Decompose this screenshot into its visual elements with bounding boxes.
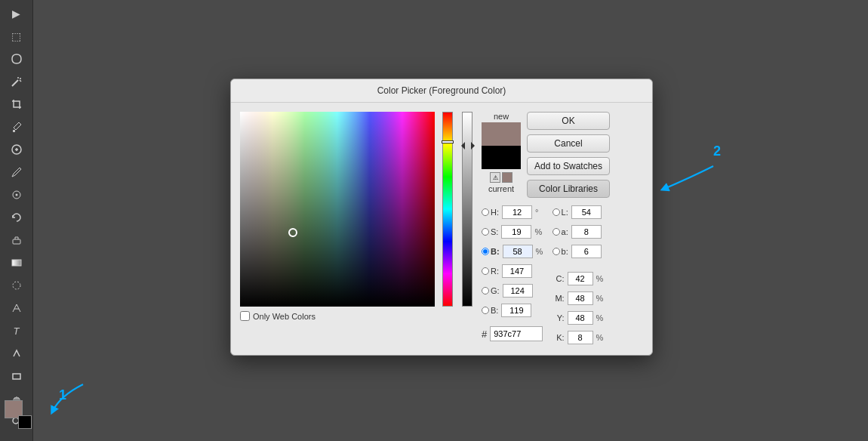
only-web-colors-row: Only Web Colors xyxy=(240,311,435,321)
label-k: K: xyxy=(553,333,565,342)
tool-path-select[interactable] xyxy=(5,343,29,364)
preview-icons: ⚠ xyxy=(490,172,512,183)
field-b[interactable] xyxy=(503,245,533,258)
tool-gradient[interactable] xyxy=(5,252,29,273)
radio-blue[interactable]: B: xyxy=(482,306,498,315)
label-y: Y: xyxy=(553,313,565,322)
label-m: M: xyxy=(553,294,565,303)
tool-rectangle[interactable] xyxy=(5,365,29,387)
ok-button[interactable]: OK xyxy=(527,112,610,130)
field-h[interactable] xyxy=(502,205,532,219)
tool-brush[interactable] xyxy=(5,162,29,183)
color-preview: new ⚠ current xyxy=(482,112,521,193)
web-safe-icon xyxy=(502,172,512,183)
cancel-button[interactable]: Cancel xyxy=(527,134,610,153)
new-label: new xyxy=(494,112,509,121)
hsb-rgb-fields: H: ° S: % B: % xyxy=(482,204,543,346)
field-r[interactable] xyxy=(502,264,532,278)
alpha-slider[interactable] xyxy=(462,112,474,307)
tool-lasso[interactable] xyxy=(5,48,29,69)
hex-row: # xyxy=(482,326,543,341)
field-b-lab[interactable] xyxy=(571,245,602,258)
field-row-y: Y: % xyxy=(553,310,604,326)
tool-select[interactable]: ⬚ xyxy=(5,26,29,47)
radio-s[interactable]: S: xyxy=(482,227,498,236)
field-row-r: R: xyxy=(482,263,543,279)
field-blue[interactable] xyxy=(501,304,531,317)
field-row-a: a: xyxy=(553,224,604,240)
gamut-warning-icon: ⚠ xyxy=(490,172,500,183)
field-row-k: K: % xyxy=(553,329,604,346)
field-row-g: G: xyxy=(482,282,543,299)
field-m[interactable] xyxy=(568,291,593,305)
tool-magic-wand[interactable] xyxy=(5,71,29,92)
action-buttons: OK Cancel Add to Swatches Color Librarie… xyxy=(527,112,610,198)
radio-g[interactable]: G: xyxy=(482,286,500,295)
svg-rect-4 xyxy=(13,130,15,132)
svg-point-10 xyxy=(13,282,20,289)
tool-heal[interactable] xyxy=(5,139,29,160)
preview-box xyxy=(482,122,521,169)
toolbar: ▶ ⬚ T xyxy=(0,0,33,441)
arrow-1 xyxy=(45,381,91,418)
only-web-colors-checkbox[interactable] xyxy=(240,311,250,321)
tool-eraser[interactable] xyxy=(5,230,29,251)
background-color-swatch[interactable] xyxy=(18,415,32,429)
field-row-c: C: % xyxy=(553,270,604,287)
tool-text[interactable]: T xyxy=(5,320,29,341)
radio-b-lab[interactable]: b: xyxy=(553,247,568,256)
field-row-l: L: xyxy=(553,204,604,220)
radio-h[interactable]: H: xyxy=(482,208,499,217)
svg-rect-8 xyxy=(13,239,20,244)
field-row-m: M: % xyxy=(553,290,604,307)
color-swatch-container xyxy=(5,400,32,429)
tool-pen[interactable] xyxy=(5,298,29,319)
radio-a[interactable]: a: xyxy=(553,227,568,236)
field-g[interactable] xyxy=(503,284,533,298)
color-spectrum[interactable]: Only Web Colors xyxy=(240,112,435,307)
field-c[interactable] xyxy=(568,272,593,285)
hex-input[interactable] xyxy=(490,326,543,341)
field-a[interactable] xyxy=(571,225,602,239)
tool-clone[interactable] xyxy=(5,184,29,205)
color-picker-dialog: Color Picker (Foreground Color) Only Web… xyxy=(230,79,653,356)
dialog-title: Color Picker (Foreground Color) xyxy=(231,79,652,103)
radio-r[interactable]: R: xyxy=(482,267,499,276)
hex-symbol: # xyxy=(482,328,487,340)
svg-rect-9 xyxy=(12,260,21,266)
radio-l[interactable]: L: xyxy=(553,208,568,217)
field-row-s: S: % xyxy=(482,224,543,240)
add-to-swatches-button[interactable]: Add to Swatches xyxy=(527,157,610,175)
color-fields: H: ° S: % B: % xyxy=(482,204,643,346)
field-row-blue: B: xyxy=(482,302,543,319)
lab-cmyk-fields: L: a: b: xyxy=(553,204,604,346)
tool-eyedropper[interactable] xyxy=(5,116,29,137)
annotation-2: 2 xyxy=(713,143,721,159)
svg-rect-11 xyxy=(13,374,20,379)
tool-move[interactable]: ▶ xyxy=(5,3,29,24)
current-color-preview xyxy=(482,146,521,169)
arrow-2 xyxy=(660,162,721,200)
svg-point-7 xyxy=(15,194,17,196)
field-y[interactable] xyxy=(568,311,593,325)
field-row-b-lab: b: xyxy=(553,243,604,260)
svg-line-0 xyxy=(12,80,18,86)
radio-b[interactable]: B: xyxy=(482,247,500,256)
field-row-h: H: ° xyxy=(482,204,543,220)
svg-line-3 xyxy=(20,80,21,82)
tool-crop[interactable] xyxy=(5,94,29,115)
tool-blur[interactable] xyxy=(5,275,29,296)
label-c: C: xyxy=(553,274,565,283)
field-l[interactable] xyxy=(571,205,602,219)
field-row-b: B: % xyxy=(482,243,543,260)
field-s[interactable] xyxy=(501,225,531,239)
current-label: current xyxy=(488,184,514,193)
tool-history[interactable] xyxy=(5,207,29,228)
color-libraries-button[interactable]: Color Libraries xyxy=(527,180,610,198)
only-web-colors-label: Only Web Colors xyxy=(253,312,315,321)
field-k[interactable] xyxy=(568,331,593,344)
new-color-preview xyxy=(482,122,521,146)
spectrum-circle[interactable] xyxy=(288,228,297,237)
hue-slider[interactable] xyxy=(442,112,454,307)
